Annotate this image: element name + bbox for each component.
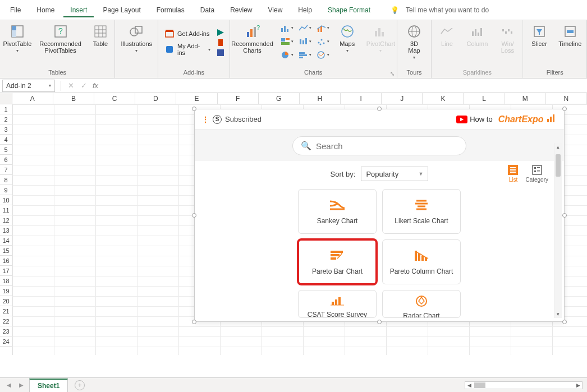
menu-data[interactable]: Data [194, 3, 221, 17]
scroll-right-icon[interactable]: ▶ [574, 382, 582, 388]
new-sheet-button[interactable]: + [75, 380, 85, 390]
column-header[interactable]: G [259, 93, 300, 104]
row-header[interactable]: 5 [0, 145, 12, 155]
row-header[interactable]: 7 [0, 165, 12, 175]
bing-maps-icon[interactable] [216, 28, 225, 37]
sparkline-line-button[interactable]: Line [433, 22, 460, 48]
row-header[interactable]: 24 [0, 336, 12, 347]
enter-formula-icon[interactable]: ✓ [77, 81, 90, 90]
prev-sheet-icon[interactable]: ◀ [4, 382, 13, 388]
row-header[interactable]: 13 [0, 225, 12, 236]
name-box[interactable]: Add-in 2▾ [2, 80, 55, 92]
menu-page-layout[interactable]: Page Layout [96, 3, 147, 17]
resize-handle[interactable] [562, 320, 567, 324]
howto-link[interactable]: ▶ How to [456, 115, 492, 123]
select-all-cell[interactable] [0, 93, 12, 104]
chart-card-likert[interactable]: Likert Scale Chart [382, 189, 461, 234]
scatter-chart-button[interactable]: ▾ [315, 36, 331, 47]
column-header[interactable]: B [53, 93, 94, 104]
bar-chart-button[interactable]: ▾ [297, 49, 313, 61]
next-sheet-icon[interactable]: ▶ [17, 382, 26, 388]
hierarchy-chart-button[interactable]: ▾ [279, 36, 295, 47]
row-header[interactable]: 15 [0, 246, 12, 256]
table-button[interactable]: Table [87, 22, 114, 48]
resize-handle[interactable] [192, 107, 196, 111]
maps-button[interactable]: Maps▾ [334, 22, 361, 54]
scroll-thumb[interactable] [556, 154, 561, 177]
combo-chart-button[interactable]: ▾ [315, 22, 331, 34]
row-header[interactable]: 6 [0, 155, 12, 165]
row-header[interactable]: 16 [0, 256, 12, 266]
resize-handle[interactable] [192, 320, 196, 324]
cancel-formula-icon[interactable]: ✕ [65, 81, 77, 90]
sparkline-winloss-button[interactable]: Win/ Loss [494, 22, 521, 55]
column-header[interactable]: E [176, 93, 217, 104]
my-addins-button[interactable]: My Add-ins ▾ [163, 41, 213, 57]
resize-handle[interactable] [562, 213, 567, 218]
visio-icon[interactable] [216, 48, 225, 57]
row-header[interactable]: 12 [0, 215, 12, 225]
menu-dots-icon[interactable]: ⋮ [201, 115, 208, 124]
pivottable-button[interactable]: PivotTable▾ [1, 22, 34, 54]
chart-card-radar[interactable]: Radar Chart [382, 290, 461, 318]
line-chart-button[interactable]: ▾ [297, 22, 313, 34]
view-list-button[interactable]: List [505, 163, 521, 184]
addin-scrollbar[interactable]: ▴ ▾ [554, 143, 562, 318]
get-addins-button[interactable]: Get Add-ins [163, 28, 213, 39]
recommended-charts-button[interactable]: ? Recommended Charts [229, 22, 276, 55]
column-header[interactable]: N [546, 93, 587, 104]
row-header[interactable]: 3 [0, 124, 12, 135]
3d-map-button[interactable]: 3D Map▾ [401, 22, 428, 61]
fx-icon[interactable]: fx [90, 81, 100, 90]
row-header[interactable]: 11 [0, 205, 12, 215]
horizontal-scrollbar[interactable]: ◀ ▶ [465, 381, 583, 389]
column-header[interactable]: D [135, 93, 176, 104]
row-header[interactable]: 19 [0, 286, 12, 296]
chart-card-csat[interactable]: CSAT Score Survey [298, 290, 377, 318]
charts-dialog-launcher[interactable]: ⤡ [390, 71, 395, 77]
row-header[interactable]: 14 [0, 236, 12, 246]
column-header[interactable]: J [382, 93, 423, 104]
row-header[interactable]: 22 [0, 316, 12, 326]
scroll-down-icon[interactable]: ▾ [554, 310, 562, 318]
resize-handle[interactable] [377, 320, 382, 324]
column-header[interactable]: I [341, 93, 382, 104]
sort-select[interactable]: Popularity ▼ [361, 167, 428, 181]
hscroll-thumb[interactable] [474, 382, 485, 388]
scroll-up-icon[interactable]: ▴ [554, 143, 562, 151]
column-chart-button[interactable]: ▾ [279, 22, 295, 34]
sparkline-column-button[interactable]: Column [464, 22, 490, 48]
row-header[interactable]: 2 [0, 114, 12, 124]
tell-me-input[interactable]: Tell me what you want to do [406, 6, 489, 14]
resize-handle[interactable] [377, 107, 382, 111]
row-header[interactable]: 4 [0, 135, 12, 145]
chart-card-sankey[interactable]: Sankey Chart [298, 189, 377, 234]
menu-view[interactable]: View [262, 3, 290, 17]
row-header[interactable]: 10 [0, 195, 12, 205]
column-header[interactable]: K [423, 93, 464, 104]
recommended-pivottables-button[interactable]: ? Recommended PivotTables [37, 22, 84, 55]
timeline-button[interactable]: Timeline [556, 22, 584, 48]
surface-chart-button[interactable]: ▾ [315, 49, 331, 61]
illustrations-button[interactable]: Illustrations▾ [118, 22, 154, 54]
column-header[interactable]: C [94, 93, 135, 104]
sheet-tab-sheet1[interactable]: Sheet1 [29, 379, 68, 392]
menu-shape-format[interactable]: Shape Format [321, 3, 377, 17]
row-header[interactable]: 9 [0, 185, 12, 195]
chart-card-paretocol[interactable]: Pareto Column Chart [382, 239, 461, 284]
column-header[interactable]: H [300, 93, 341, 104]
column-header[interactable]: L [464, 93, 505, 104]
column-header[interactable]: A [12, 93, 53, 104]
pivotchart-button[interactable]: PivotChart▾ [364, 22, 397, 54]
statistic-chart-button[interactable]: ▾ [297, 36, 313, 47]
chart-card-paretobar[interactable]: Pareto Bar Chart [298, 239, 377, 284]
people-graph-icon[interactable] [216, 38, 225, 47]
row-header[interactable]: 8 [0, 175, 12, 185]
row-header[interactable]: 21 [0, 306, 12, 316]
slicer-button[interactable]: Slicer [526, 22, 553, 48]
menu-home[interactable]: Home [30, 3, 61, 17]
row-header[interactable]: 17 [0, 266, 12, 276]
column-header[interactable]: M [505, 93, 546, 104]
menu-review[interactable]: Review [223, 3, 259, 17]
search-input[interactable]: 🔍 Search [292, 136, 466, 155]
